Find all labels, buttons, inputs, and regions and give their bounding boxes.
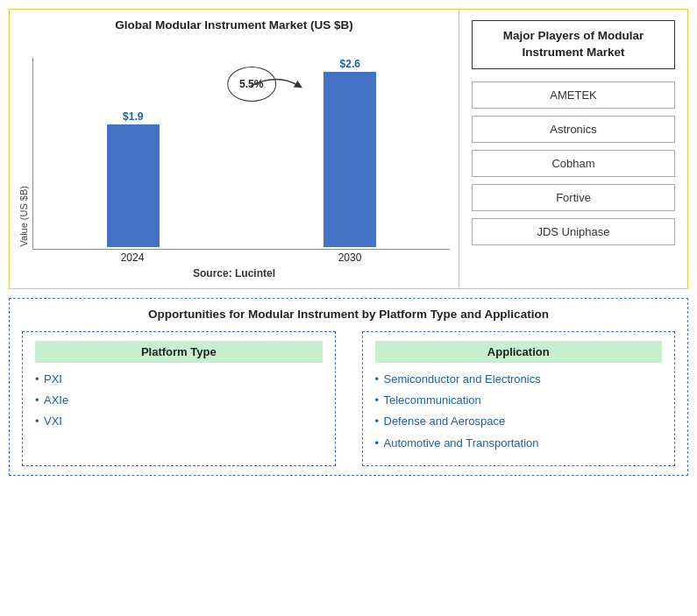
platform-header: Platform Type — [35, 341, 323, 363]
x-axis-labels: 2024 2030 — [32, 250, 450, 264]
app-item-defense: Defense and Aerospace — [375, 414, 663, 429]
player-cobham: Cobham — [472, 150, 675, 177]
bar-chart: 5.5% $1.9 — [32, 58, 450, 264]
source-text: Source: Lucintel — [18, 267, 450, 280]
bar-value-2030: $2.6 — [340, 58, 360, 70]
bars-row: 5.5% $1.9 — [32, 58, 450, 250]
platform-item-vxi: VXI — [35, 414, 323, 429]
chart-area: Global Modular Instrument Market (US $B)… — [10, 10, 459, 288]
bar-2030 — [324, 72, 376, 247]
app-item-automotive: Automotive and Transportation — [375, 435, 663, 451]
platform-column: Platform Type PXI AXIe VXI — [22, 331, 336, 466]
x-label-2024: 2024 — [41, 251, 224, 264]
bottom-columns: Platform Type PXI AXIe VXI Application S… — [22, 331, 675, 466]
application-header: Application — [375, 341, 663, 363]
bottom-section: Opportunities for Modular Instrument by … — [9, 298, 688, 476]
application-list: Semiconductor and Electronics Telecommun… — [375, 372, 663, 451]
opportunities-title: Opportunities for Modular Instrument by … — [22, 308, 675, 321]
top-section: Global Modular Instrument Market (US $B)… — [9, 9, 688, 289]
player-jds: JDS Uniphase — [472, 218, 675, 245]
platform-item-axie: AXIe — [35, 393, 323, 408]
player-fortive: Fortive — [472, 184, 675, 211]
application-column: Application Semiconductor and Electronic… — [362, 331, 676, 466]
y-axis-label: Value (US $B) — [18, 186, 29, 247]
chart-wrapper: Value (US $B) 5.5% — [18, 37, 450, 264]
x-label-2030: 2030 — [259, 251, 441, 264]
bar-value-2024: $1.9 — [123, 110, 143, 123]
cagr-arrow-svg — [251, 77, 303, 96]
platform-item-pxi: PXI — [35, 372, 323, 387]
player-ametek: AMETEK — [472, 81, 675, 109]
players-title: Major Players of Modular Instrument Mark… — [472, 20, 675, 69]
bar-group-2024: $1.9 — [42, 110, 224, 247]
platform-list: PXI AXIe VXI — [35, 372, 323, 430]
app-item-telecom: Telecommunication — [375, 393, 663, 408]
app-item-semiconductor: Semiconductor and Electronics — [375, 372, 663, 387]
player-astronics: Astronics — [472, 116, 675, 143]
bar-2024 — [107, 124, 160, 247]
players-area: Major Players of Modular Instrument Mark… — [459, 10, 687, 288]
chart-title: Global Modular Instrument Market (US $B) — [18, 18, 450, 32]
